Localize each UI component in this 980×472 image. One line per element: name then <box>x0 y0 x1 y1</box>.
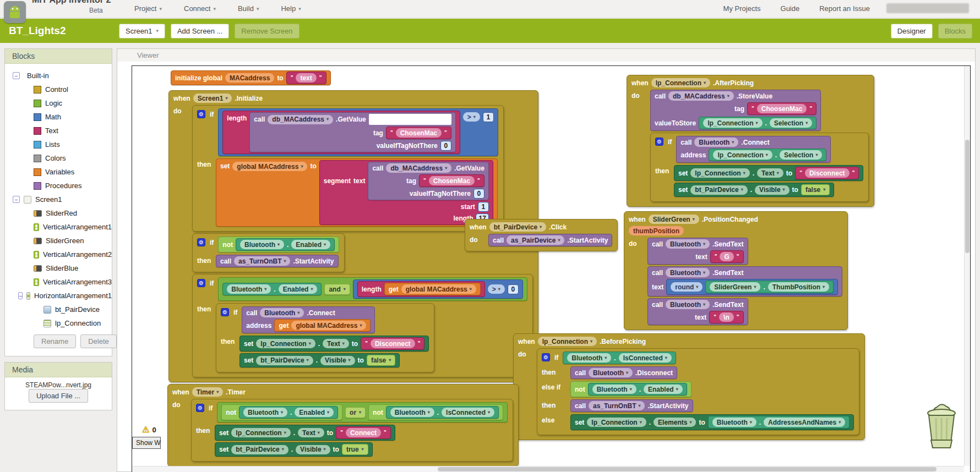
link-guide[interactable]: Guide <box>781 4 800 13</box>
component-dropdown[interactable]: lp_Connection▾ <box>690 168 749 178</box>
variable-dropdown[interactable]: global MACaddress▾ <box>291 321 366 330</box>
component-dropdown[interactable]: lp_Connection▾ <box>231 428 290 437</box>
when-slidergreen-positionchanged-block[interactable]: when SliderGreen▾ .PositionChanged thumb… <box>624 211 848 330</box>
text-string-block[interactable]: "ChosenMac" <box>419 174 484 187</box>
text-string-block[interactable]: "Disconnect" <box>361 337 424 350</box>
remove-screen-button[interactable]: Remove Screen <box>235 24 299 39</box>
false-block[interactable]: false▾ <box>801 184 830 195</box>
property-dropdown[interactable]: Enabled▾ <box>295 408 334 417</box>
link-report-issue[interactable]: Report an Issue <box>819 4 870 13</box>
if-block[interactable]: ⚙ if Bluetooth▾ . IsConnected▾ then c <box>537 348 859 435</box>
component-dropdown[interactable]: Bluetooth▾ <box>589 368 633 377</box>
trash-icon[interactable] <box>921 400 962 453</box>
round-block[interactable]: round▾ SliderGreen▾ . ThumbPosition▾ <box>666 279 838 295</box>
property-dropdown[interactable]: AddressesAndNames▾ <box>764 418 845 427</box>
call-startactivity-block[interactable]: call as_PairDevice▾ .StartActivity <box>488 234 612 246</box>
gear-icon[interactable]: ⚙ <box>221 308 229 316</box>
set-text-block[interactable]: set lp_Connection▾ . Text▾ to "Connect" <box>215 425 395 441</box>
length-block[interactable]: length get global MACaddress▾ <box>357 281 485 297</box>
false-block[interactable]: false▾ <box>367 355 395 366</box>
media-file[interactable]: STEAMPow...nvert.jpg <box>5 377 112 389</box>
designer-button[interactable]: Designer <box>891 24 933 39</box>
component-dropdown[interactable]: lp_Connection▾ <box>713 150 772 160</box>
screen1-node[interactable]: − Screen1 <box>5 193 112 206</box>
component-dropdown[interactable]: Bluetooth▾ <box>666 300 710 309</box>
menu-project[interactable]: Project▾ <box>134 4 162 13</box>
if-block[interactable]: ⚙ if call Bluetooth▾ .Connect <box>216 303 434 372</box>
property-getter-block[interactable]: lp_Connection▾ . Selection▾ <box>699 117 816 129</box>
link-my-projects[interactable]: My Projects <box>723 4 761 13</box>
call-getvalue-block[interactable]: call db_MACaddress▾ .GetValue tag "Chose… <box>368 162 488 200</box>
component-dropdown[interactable]: lp_Connection▾ <box>256 339 315 348</box>
collapse-toggle-icon[interactable]: − <box>13 196 20 203</box>
gear-icon[interactable]: ⚙ <box>542 353 550 361</box>
call-startactivity-block[interactable]: call as_TurnOnBT▾ .StartActivity <box>570 399 693 412</box>
or-block[interactable]: not Bluetooth▾ . Enabled▾ or▾ not <box>217 402 508 422</box>
if-block[interactable]: ⚙ if not Bluetooth▾ . Enabled▾ <box>192 233 345 272</box>
gear-icon[interactable]: ⚙ <box>655 138 663 146</box>
call-connect-block[interactable]: call Bluetooth▾ .Connect address <box>242 306 375 333</box>
component-dropdown[interactable]: db_MACaddress▾ <box>268 115 333 124</box>
call-getvalue-block[interactable]: call db_MACaddress▾ .GetValue tag <box>249 112 455 152</box>
gear-icon[interactable]: ⚙ <box>197 238 205 246</box>
component-dropdown[interactable]: Bluetooth▾ <box>260 308 304 317</box>
component-dropdown[interactable]: bt_PairDevice▾ <box>231 445 288 454</box>
property-dropdown[interactable]: Selection▾ <box>780 150 822 160</box>
component-dropdown[interactable]: Bluetooth▾ <box>666 239 710 249</box>
component-dropdown[interactable]: db_MACaddress▾ <box>668 91 734 101</box>
not-block[interactable]: not Bluetooth▾ . IsConnected▾ <box>368 404 503 420</box>
or-operator[interactable]: or▾ <box>345 407 366 418</box>
when-timer-timer-block[interactable]: when Timer▾ .Timer do ⚙ if not <box>167 384 519 466</box>
set-text-block[interactable]: set lp_Connection▾ . Text▾ to "Disconnec… <box>239 336 429 352</box>
not-block[interactable]: not Bluetooth▾ . Enabled▾ <box>218 237 339 253</box>
segment-block[interactable]: segment text call db_MACaddress▾ .GetVal… <box>319 160 493 225</box>
if-block[interactable]: ⚙ if Bluetooth▾ . Enabled▾ and▾ <box>192 274 533 377</box>
set-visible-block[interactable]: set bt_PairDevice▾ . Visible▾ to false▾ <box>239 353 400 367</box>
number-block[interactable]: 1 <box>478 202 489 212</box>
comparison-block[interactable]: length get global MACaddress▾ >▾ 0 <box>353 279 523 299</box>
component-lp-connection[interactable]: lp_Connection <box>5 316 112 330</box>
property-dropdown[interactable]: Visible▾ <box>320 356 355 365</box>
property-dropdown[interactable]: Text▾ <box>323 339 349 348</box>
operator-dropdown[interactable]: >▾ <box>488 284 505 294</box>
property-dropdown[interactable]: IsConnected▾ <box>442 408 494 417</box>
true-block[interactable]: true▾ <box>342 444 368 455</box>
component-verticalarrangement1[interactable]: VerticalArrangement1 <box>5 220 112 234</box>
operator-dropdown[interactable]: >▾ <box>463 112 480 122</box>
property-getter-block[interactable]: Bluetooth▾ . IsConnected▾ <box>386 406 499 419</box>
when-pairdevice-click-block[interactable]: when bt_PairDevice▾ .Click do call as_Pa… <box>465 219 618 251</box>
user-account-redacted[interactable] <box>886 3 969 13</box>
text-string-block[interactable]: "\n" <box>709 311 743 323</box>
component-dropdown[interactable]: Bluetooth▾ <box>390 408 434 417</box>
menu-help[interactable]: Help▾ <box>281 4 301 13</box>
property-getter-block[interactable]: Bluetooth▾ . IsConnected▾ <box>563 352 676 364</box>
get-global-block[interactable]: get global MACaddress▾ <box>274 319 371 332</box>
upload-file-button[interactable]: Upload File ... <box>29 389 88 403</box>
property-dropdown[interactable]: Text▾ <box>298 428 324 437</box>
property-getter-block[interactable]: Bluetooth▾ . Enabled▾ <box>239 406 338 419</box>
component-dropdown[interactable]: Bluetooth▾ <box>712 418 756 427</box>
horizontal-scrollbar-thumb[interactable] <box>438 467 937 471</box>
text-string-block[interactable]: "Connect" <box>336 426 391 439</box>
and-block[interactable]: Bluetooth▾ . Enabled▾ and▾ length <box>218 277 527 301</box>
property-getter-block[interactable]: SliderGreen▾ . ThumbPosition▾ <box>705 281 834 293</box>
call-disconnect-block[interactable]: call Bluetooth▾ .Disconnect <box>570 366 677 379</box>
init-global-macaddress-block[interactable]: initialize global MACaddress to " text " <box>171 70 331 85</box>
variable-dropdown[interactable]: global MACaddress▾ <box>401 284 476 294</box>
component-dropdown[interactable]: Bluetooth▾ <box>666 268 710 277</box>
text-string-block[interactable]: " text " <box>286 72 326 84</box>
text-string-block[interactable]: "ChoosenMac" <box>747 102 816 115</box>
gear-icon[interactable]: ⚙ <box>196 404 204 412</box>
component-dropdown[interactable]: Bluetooth▾ <box>567 353 611 363</box>
collapse-toggle-icon[interactable]: − <box>18 292 23 299</box>
component-dropdown[interactable]: Timer▾ <box>192 387 223 397</box>
number-block[interactable]: 0 <box>473 189 484 199</box>
property-dropdown[interactable]: Enabled▾ <box>291 240 330 249</box>
menu-build[interactable]: Build▾ <box>238 4 259 13</box>
vertical-scrollbar-thumb[interactable] <box>965 140 970 253</box>
property-getter-block[interactable]: Bluetooth▾ . Enabled▾ <box>236 238 335 251</box>
property-dropdown[interactable]: Visible▾ <box>755 185 789 195</box>
component-sliderred[interactable]: SliderRed <box>5 206 112 220</box>
property-dropdown[interactable]: Enabled▾ <box>279 284 318 294</box>
length-block[interactable]: length call db_MACaddress▾ .GetValue <box>222 111 460 154</box>
